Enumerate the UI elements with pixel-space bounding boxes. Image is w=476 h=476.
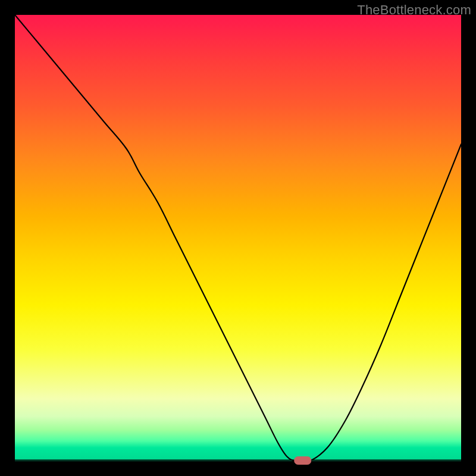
watermark-text: TheBottleneck.com <box>357 2 471 18</box>
curve-svg <box>15 15 461 461</box>
bottleneck-curve <box>15 15 461 462</box>
plot-area <box>15 15 461 461</box>
optimal-marker <box>295 457 311 465</box>
chart-container: TheBottleneck.com <box>0 0 476 476</box>
